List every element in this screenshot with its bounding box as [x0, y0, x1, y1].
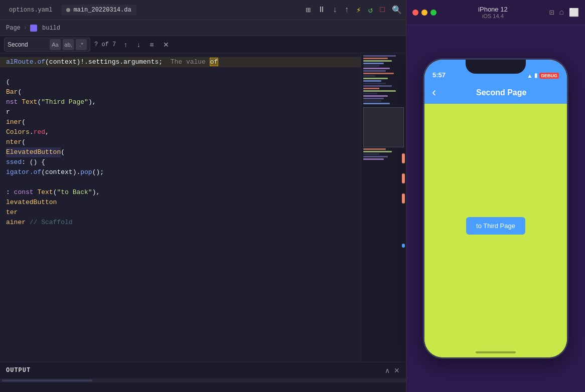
code-line [0, 67, 361, 77]
scroll-indicator [402, 244, 405, 248]
search-options-btn[interactable]: ≡ [146, 39, 157, 50]
output-header: OUTPUT ∧ ✕ [0, 362, 406, 378]
code-area: alRoute.of(context)!.settings.arguments;… [0, 53, 406, 362]
minimap-content [361, 53, 406, 162]
breadcrumb-page[interactable]: Page [6, 25, 21, 32]
phone-home-bar [424, 347, 567, 357]
phone-notch [466, 60, 526, 74]
editor-toolbar: options.yaml main_20220314.da ⊞ ⏸ ↓ ↑ ⚡ … [0, 0, 406, 20]
breadcrumb-cube-icon [30, 25, 37, 32]
search-icon[interactable]: 🔍 [392, 5, 402, 15]
mm-row [363, 98, 384, 99]
grid-icon[interactable]: ⊞ [306, 5, 311, 15]
mm-row [363, 148, 386, 150]
search-word-btn[interactable]: ab, [63, 39, 74, 50]
search-count: ? of 7 [94, 41, 116, 48]
mm-row [363, 55, 396, 57]
search-prev-btn[interactable]: ↑ [120, 39, 131, 50]
code-line: igator.of(context).pop(); [0, 167, 361, 177]
back-button[interactable]: ‹ [430, 86, 437, 100]
toolbar-icons: ⊞ ⏸ ↓ ↑ ⚡ ↺ □ 🔍 [306, 5, 402, 15]
step-into-icon[interactable]: ↑ [345, 6, 350, 15]
mm-row [363, 85, 392, 87]
search-bar: Aa ab, .* ? of 7 ↑ ↓ ≡ ✕ [0, 36, 406, 53]
device-name-area: iPhone 12 iOS 14.4 [443, 6, 543, 19]
code-line: iner( [0, 117, 361, 127]
search-input-wrapper: Aa ab, .* [4, 38, 90, 52]
traffic-light-close[interactable] [412, 10, 418, 16]
phone-app-bar: ‹ Second Page [424, 82, 567, 104]
code-line: ssed: () { [0, 157, 361, 167]
pause-icon[interactable]: ⏸ [318, 5, 326, 15]
mm-row [363, 83, 386, 84]
lock-icon[interactable]: ⬜ [569, 8, 579, 18]
mm-row [363, 60, 392, 62]
mm-row [363, 70, 386, 72]
phone-screen: 5:57 ▲ ▮ DEBUG ‹ Second Page [424, 60, 567, 357]
minimap [361, 53, 406, 362]
code-line: nst Text("Third Page"), [0, 97, 361, 107]
mm-row [363, 58, 388, 59]
code-line: : const Text("to Back"), [0, 187, 361, 198]
traffic-lights [412, 10, 436, 16]
traffic-light-maximize[interactable] [430, 10, 436, 16]
tab-label: options.yaml [9, 7, 52, 14]
phone-container: 5:57 ▲ ▮ DEBUG ‹ Second Page [406, 25, 585, 392]
scroll-indicator [402, 153, 405, 163]
to-third-page-button[interactable]: to Third Page [466, 217, 525, 235]
mm-row [363, 75, 375, 77]
code-line: ElevatedButton( [0, 147, 361, 157]
mm-row [363, 153, 379, 155]
mm-row [363, 158, 384, 160]
mm-row [363, 88, 379, 89]
tab-main-dart[interactable]: main_20220314.da [61, 5, 136, 16]
code-line: alRoute.of(context)!.settings.arguments;… [0, 57, 361, 67]
wifi-icon: ▲ [527, 73, 533, 79]
output-controls: ∧ ✕ [385, 366, 400, 374]
editor-panel: options.yaml main_20220314.da ⊞ ⏸ ↓ ↑ ⚡ … [0, 0, 406, 392]
lightning-icon[interactable]: ⚡ [356, 5, 361, 15]
tab-modified-dot [66, 8, 70, 12]
reload-icon[interactable]: ↺ [368, 5, 373, 15]
phone-frame: 5:57 ▲ ▮ DEBUG ‹ Second Page [423, 58, 568, 359]
mm-row [363, 103, 390, 104]
step-over-icon[interactable]: ↓ [333, 6, 338, 15]
mm-row [363, 65, 379, 67]
output-scrollbar [0, 378, 406, 382]
mm-row [363, 93, 377, 94]
search-input[interactable] [8, 41, 48, 48]
battery-icon: ▮ [534, 72, 537, 79]
code-line: levatedButton [0, 198, 361, 208]
search-close-btn[interactable]: ✕ [163, 41, 169, 49]
home-bar-indicator [476, 351, 516, 353]
device-panel: iPhone 12 iOS 14.4 ⊡ ⌂ ⬜ 5:57 ▲ ▮ [406, 0, 585, 392]
output-collapse-btn[interactable]: ∧ [385, 366, 390, 374]
breadcrumb-build[interactable]: build [42, 25, 60, 32]
mm-row [363, 73, 394, 74]
phone-body: to Third Page [424, 104, 567, 347]
search-regex-btn[interactable]: .* [76, 39, 87, 50]
code-line: Colors.red, [0, 127, 361, 137]
stop-icon[interactable]: □ [380, 6, 385, 15]
output-scroll-thumb[interactable] [2, 379, 92, 381]
breadcrumb-separator: › [24, 25, 27, 32]
code-line: ter [0, 208, 361, 218]
device-icons: ⊡ ⌂ ⬜ [549, 8, 579, 18]
search-next-btn[interactable]: ↓ [133, 39, 144, 50]
code-content[interactable]: alRoute.of(context)!.settings.arguments;… [0, 53, 361, 362]
mm-row [363, 95, 388, 97]
search-case-btn[interactable]: Aa [50, 39, 61, 50]
tab-options-yaml[interactable]: options.yaml [4, 5, 57, 16]
code-line: r [0, 107, 361, 117]
output-close-btn[interactable]: ✕ [394, 366, 400, 374]
traffic-light-minimize[interactable] [421, 10, 427, 16]
home-icon[interactable]: ⌂ [559, 8, 564, 17]
mm-row [363, 78, 388, 79]
breadcrumb: Page › build [0, 20, 406, 36]
debug-badge: DEBUG [539, 73, 559, 79]
mm-row [363, 80, 381, 82]
mm-row [363, 63, 384, 64]
screenshot-icon[interactable]: ⊡ [549, 8, 554, 18]
status-time: 5:57 [432, 71, 446, 79]
app-bar-title: Second Page [442, 88, 561, 97]
